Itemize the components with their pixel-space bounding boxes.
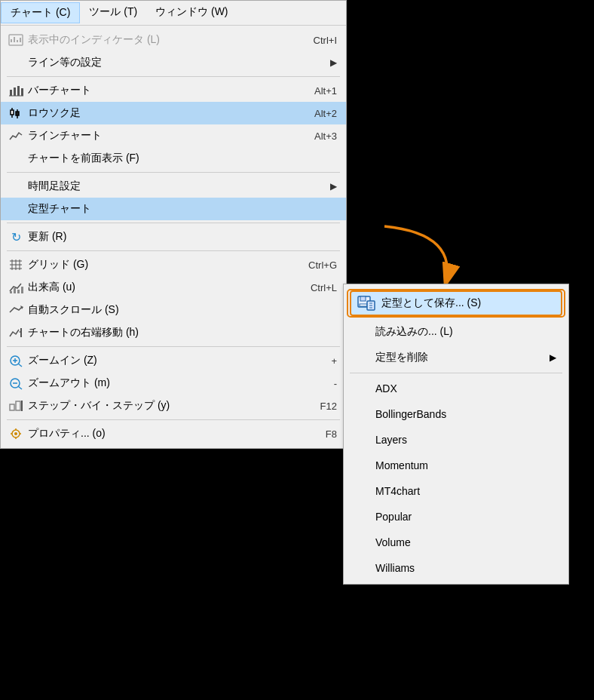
menu-item-zoom-in[interactable]: ズームイン (Z) + xyxy=(1,349,346,372)
zoom-out-icon xyxy=(7,375,25,391)
mt4chart-label: MT4chart xyxy=(375,485,556,497)
indicator-icon xyxy=(7,32,25,48)
template-label: 定型チャート xyxy=(28,202,337,216)
submenu-item-popular[interactable]: Popular xyxy=(344,504,568,530)
menu-item-properties[interactable]: プロパティ... (o) F8 xyxy=(1,422,346,445)
menu-bar: チャート (C) ツール (T) ウィンドウ (W) xyxy=(1,1,346,26)
submenu-item-layers[interactable]: Layers xyxy=(344,427,568,453)
right-edge-label: チャートの右端移動 (h) xyxy=(28,326,337,339)
momentum-icon xyxy=(350,456,371,474)
zoom-in-shortcut: + xyxy=(331,355,337,367)
front-display-label: チャートを前面表示 (F) xyxy=(28,152,337,165)
svg-point-40 xyxy=(14,432,17,435)
right-edge-icon xyxy=(7,324,25,341)
candlestick-shortcut: Alt+2 xyxy=(314,108,337,119)
menu-item-front-display[interactable]: チャートを前面表示 (F) xyxy=(1,147,346,170)
template-save-icon xyxy=(356,294,377,312)
line-settings-label: ライン等の設定 xyxy=(28,56,324,69)
menu-item-bar-chart[interactable]: バーチャート Alt+1 xyxy=(1,79,346,102)
svg-rect-8 xyxy=(21,88,23,96)
bollinger-label: BollingerBands xyxy=(375,408,556,420)
template-icon xyxy=(7,201,25,217)
load-icon xyxy=(350,323,371,341)
save-as-label: 定型として保存... (S) xyxy=(381,296,552,310)
layers-label: Layers xyxy=(375,434,556,446)
main-menu: チャート (C) ツール (T) ウィンドウ (W) 表示中のインディケータ (… xyxy=(0,0,347,449)
submenu-item-save-as[interactable]: 定型として保存... (S) xyxy=(350,290,562,316)
svg-rect-37 xyxy=(16,401,20,410)
zoom-out-shortcut: - xyxy=(334,378,337,389)
submenu: 定型として保存... (S) 読み込みの... (L) 定型を削除 ▶ ADX … xyxy=(343,284,569,585)
line-chart-shortcut: Alt+3 xyxy=(314,130,337,142)
save-item-wrapper: 定型として保存... (S) xyxy=(347,289,565,318)
auto-scroll-label: 自動スクロール (S) xyxy=(28,303,337,317)
submenu-item-mt4chart[interactable]: MT4chart xyxy=(344,478,568,504)
menu-item-line-settings[interactable]: ライン等の設定 ▶ xyxy=(1,51,346,74)
adx-label: ADX xyxy=(375,382,556,395)
sep3 xyxy=(7,223,340,223)
menu-item-right-edge[interactable]: チャートの右端移動 (h) xyxy=(1,321,346,344)
grid-label: グリッド (G) xyxy=(28,258,278,272)
sep1 xyxy=(7,76,340,77)
layers-icon xyxy=(350,431,371,449)
svg-rect-14 xyxy=(16,112,19,115)
submenu-item-delete[interactable]: 定型を削除 ▶ xyxy=(344,345,568,370)
menu-item-template[interactable]: 定型チャート xyxy=(1,198,346,220)
sep5 xyxy=(7,346,340,347)
adx-icon xyxy=(350,379,371,398)
volume-label: Volume xyxy=(375,536,556,548)
submenu-item-volume[interactable]: Volume xyxy=(344,530,568,555)
candlestick-label: ロウソク足 xyxy=(28,106,284,120)
submenu-item-load[interactable]: 読み込みの... (L) xyxy=(344,319,568,345)
sep2 xyxy=(7,172,340,173)
svg-rect-36 xyxy=(10,404,14,410)
svg-rect-24 xyxy=(17,290,20,293)
svg-line-35 xyxy=(19,387,23,390)
menu-item-zoom-out[interactable]: ズームアウト (m) - xyxy=(1,372,346,395)
menu-item-auto-scroll[interactable]: 自動スクロール (S) xyxy=(1,299,346,321)
menu-item-grid[interactable]: グリッド (G) Ctrl+G xyxy=(1,253,346,276)
submenu-item-momentum[interactable]: Momentum xyxy=(344,453,568,478)
menu-item-indicators[interactable]: 表示中のインディケータ (L) Ctrl+I xyxy=(1,29,346,51)
volume-label: 出来高 (u) xyxy=(28,281,280,294)
menu-item-candlestick[interactable]: ロウソク足 Alt+2 xyxy=(1,102,346,124)
line-chart-label: ラインチャート xyxy=(28,129,284,143)
menu-bar-chart[interactable]: チャート (C) xyxy=(1,2,80,23)
menu-item-line-chart[interactable]: ラインチャート Alt+3 xyxy=(1,124,346,147)
momentum-label: Momentum xyxy=(375,459,556,471)
load-label: 読み込みの... (L) xyxy=(375,325,556,339)
svg-rect-5 xyxy=(10,90,12,96)
menu-bar-window[interactable]: ウィンドウ (W) xyxy=(146,2,237,23)
candlestick-icon xyxy=(7,105,25,121)
menu-item-step-by-step[interactable]: ステップ・バイ・ステップ (y) F12 xyxy=(1,395,346,417)
menu-item-volume[interactable]: 出来高 (u) Ctrl+L xyxy=(1,276,346,299)
indicators-label: 表示中のインディケータ (L) xyxy=(28,33,283,47)
popular-icon xyxy=(350,508,371,526)
bar-chart-shortcut: Alt+1 xyxy=(314,85,337,97)
bollinger-icon xyxy=(350,405,371,423)
menu-bar-tools[interactable]: ツール (T) xyxy=(80,2,146,23)
williams-label: Williams xyxy=(375,562,556,574)
submenu-item-bollinger[interactable]: BollingerBands xyxy=(344,401,568,427)
submenu-volume-icon xyxy=(350,533,371,551)
submenu-item-williams[interactable]: Williams xyxy=(344,555,568,581)
svg-rect-11 xyxy=(11,110,14,115)
menu-item-refresh[interactable]: ↻ 更新 (R) xyxy=(1,226,346,248)
properties-label: プロパティ... (o) xyxy=(28,427,295,441)
svg-line-32 xyxy=(19,364,23,367)
properties-shortcut: F8 xyxy=(326,428,337,440)
williams-icon xyxy=(350,559,371,577)
indicators-shortcut: Ctrl+I xyxy=(314,35,337,46)
svg-rect-25 xyxy=(21,287,23,293)
grid-shortcut: Ctrl+G xyxy=(308,259,337,271)
menu-item-timeframe[interactable]: 時間足設定 ▶ xyxy=(1,175,346,198)
bar-chart-label: バーチャート xyxy=(28,84,284,97)
delete-arrow: ▶ xyxy=(550,352,556,363)
step-by-step-label: ステップ・バイ・ステップ (y) xyxy=(28,399,290,413)
menu-body: 表示中のインディケータ (L) Ctrl+I ライン等の設定 ▶ バーチャート xyxy=(1,26,346,448)
volume-icon xyxy=(7,279,25,296)
submenu-item-adx[interactable]: ADX xyxy=(344,376,568,401)
front-display-icon xyxy=(7,150,25,167)
sep6 xyxy=(7,419,340,420)
volume-shortcut: Ctrl+L xyxy=(311,282,337,293)
